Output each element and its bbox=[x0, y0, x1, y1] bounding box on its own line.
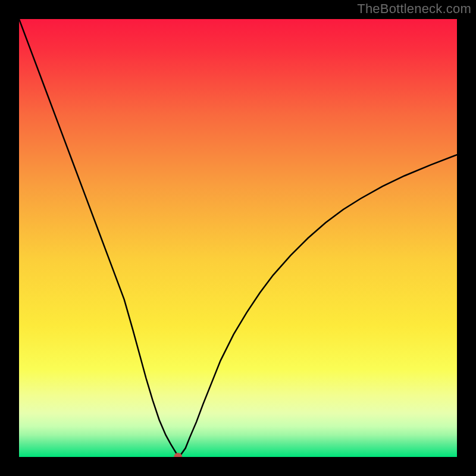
chart-svg bbox=[19, 19, 457, 457]
chart-frame: TheBottleneck.com bbox=[0, 0, 476, 476]
plot-area bbox=[19, 19, 457, 457]
gradient-background bbox=[19, 19, 457, 457]
watermark-text: TheBottleneck.com bbox=[357, 1, 471, 17]
